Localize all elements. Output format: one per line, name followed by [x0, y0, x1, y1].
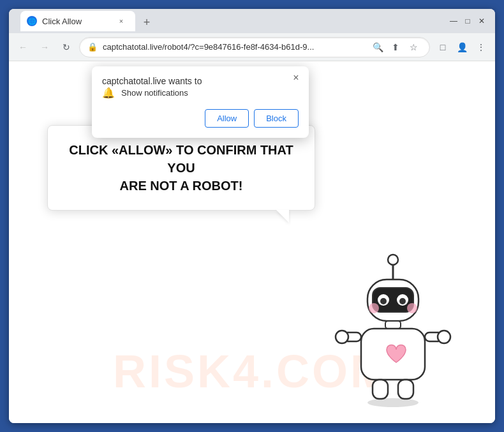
robot-svg — [329, 244, 457, 410]
svg-point-6 — [380, 298, 387, 304]
minimize-button[interactable]: — — [448, 15, 459, 27]
svg-point-7 — [399, 298, 406, 304]
url-actions: 🔍 ⬆ ☆ — [369, 39, 422, 56]
popup-title: captchatotal.live wants to — [102, 76, 202, 86]
title-bar: 🌐 Click Allow × + — □ ✕ — [9, 9, 495, 33]
close-button[interactable]: ✕ — [476, 15, 487, 27]
url-text: captchatotal.live/robot4/?c=9e847616-fe8… — [103, 42, 364, 52]
share-button[interactable]: ⬆ — [387, 39, 404, 56]
popup-close-button[interactable]: × — [290, 71, 302, 84]
main-message: CLICK «ALLOW» TO CONFIRM THAT YOU ARE NO… — [68, 141, 294, 195]
extensions-button[interactable]: □ — [434, 38, 452, 56]
allow-button[interactable]: Allow — [205, 109, 249, 128]
url-box[interactable]: 🔒 captchatotal.live/robot4/?c=9e847616-f… — [79, 37, 430, 57]
svg-point-13 — [336, 331, 348, 343]
speech-bubble: CLICK «ALLOW» TO CONFIRM THAT YOU ARE NO… — [47, 125, 315, 211]
main-message-line2: ARE NOT A ROBOT! — [120, 179, 243, 193]
block-button[interactable]: Block — [254, 109, 299, 128]
main-message-container: CLICK «ALLOW» TO CONFIRM THAT YOU ARE NO… — [47, 125, 315, 211]
page-content: RISK4.COM captchatotal.live wants to × 🔔… — [9, 61, 495, 423]
bell-icon: 🔔 — [102, 87, 115, 99]
notification-label: Show notifications — [121, 88, 188, 98]
svg-point-15 — [438, 331, 450, 343]
maximize-button[interactable]: □ — [462, 15, 473, 27]
svg-rect-16 — [373, 380, 388, 399]
forward-button[interactable]: → — [36, 38, 54, 56]
toolbar-right: □ 👤 ⋮ — [434, 38, 490, 56]
svg-point-8 — [369, 303, 379, 313]
svg-rect-10 — [385, 321, 401, 329]
new-tab-button[interactable]: + — [138, 13, 156, 31]
svg-rect-17 — [398, 380, 413, 399]
popup-notification-row: 🔔 Show notifications — [102, 87, 299, 99]
menu-button[interactable]: ⋮ — [472, 38, 490, 56]
active-tab[interactable]: 🌐 Click Allow × — [20, 11, 135, 31]
svg-point-1 — [388, 255, 398, 265]
lock-icon: 🔒 — [87, 42, 98, 52]
bookmark-button[interactable]: ☆ — [405, 39, 422, 56]
popup-buttons: Allow Block — [102, 109, 299, 128]
tab-title: Click Allow — [42, 17, 111, 26]
window-controls: — □ ✕ — [448, 9, 487, 33]
reload-button[interactable]: ↻ — [57, 38, 75, 56]
tab-favicon: 🌐 — [27, 16, 37, 26]
back-button[interactable]: ← — [14, 38, 32, 56]
tab-bar: 🌐 Click Allow × + — [15, 11, 489, 31]
svg-point-18 — [367, 398, 419, 407]
profile-button[interactable]: 👤 — [453, 38, 471, 56]
address-bar: ← → ↻ 🔒 captchatotal.live/robot4/?c=9e84… — [9, 33, 495, 61]
search-url-button[interactable]: 🔍 — [369, 39, 386, 56]
robot-illustration — [329, 244, 457, 410]
svg-point-9 — [407, 303, 417, 313]
notification-popup: captchatotal.live wants to × 🔔 Show noti… — [92, 66, 309, 138]
browser-window: 🌐 Click Allow × + — □ ✕ ← → ↻ 🔒 captchat… — [9, 9, 495, 423]
tab-close-button[interactable]: × — [116, 16, 126, 26]
main-message-line1: CLICK «ALLOW» TO CONFIRM THAT YOU — [69, 143, 293, 175]
